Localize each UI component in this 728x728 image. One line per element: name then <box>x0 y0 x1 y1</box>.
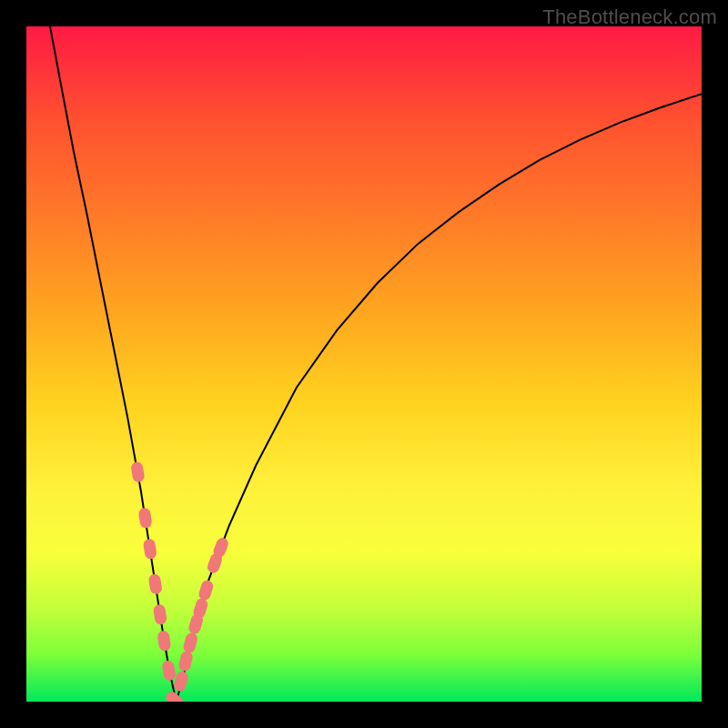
chart-area <box>26 26 702 702</box>
curve-marker <box>137 507 152 529</box>
curve-marker <box>161 660 177 682</box>
curve-marker <box>153 603 167 625</box>
bottleneck-curve <box>50 26 702 702</box>
curve-marker <box>148 573 163 595</box>
curve-marker <box>143 538 157 560</box>
curve-markers <box>130 461 230 702</box>
curve-marker <box>130 461 145 483</box>
curve-marker <box>197 579 215 602</box>
curve-marker <box>182 632 198 654</box>
chart-svg <box>26 26 702 702</box>
watermark-text: TheBottleneck.com <box>542 5 717 29</box>
curve-marker <box>164 689 187 702</box>
curve-marker <box>177 650 194 672</box>
curve-marker <box>157 630 171 652</box>
